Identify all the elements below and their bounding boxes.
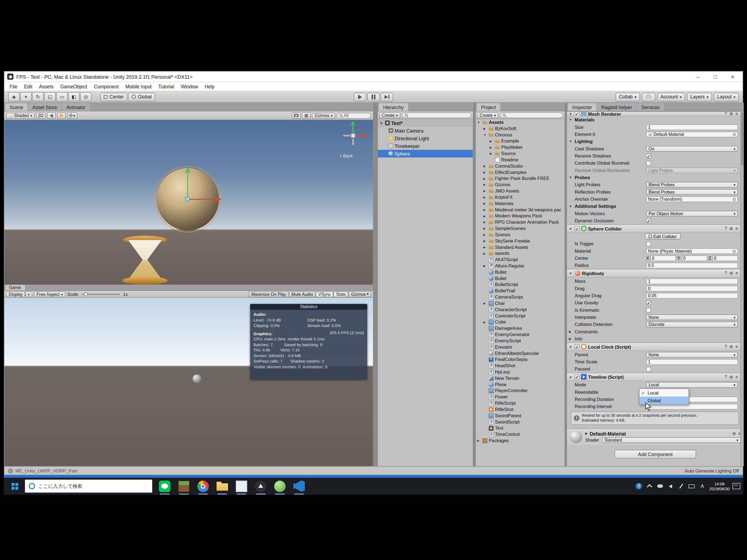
taskbar-app[interactable] <box>155 478 174 494</box>
menu-icon[interactable] <box>735 375 738 380</box>
dropdown-field[interactable]: On <box>646 146 738 152</box>
project-item[interactable]: Chronos <box>476 131 565 138</box>
project-item[interactable]: Erevator <box>476 344 565 350</box>
game-toolbar-button[interactable]: Maximize On Play <box>249 291 288 297</box>
foldout-arrow-icon[interactable] <box>569 205 573 208</box>
project-item[interactable]: Bullet <box>476 275 565 281</box>
step-button[interactable] <box>381 93 393 101</box>
maximize-button[interactable] <box>712 74 719 80</box>
project-item[interactable]: Medieval melee 3d weapons pac <box>476 206 565 213</box>
project-item[interactable]: CharacterScript <box>476 306 565 312</box>
z-field[interactable]: 0 <box>713 255 738 261</box>
project-item[interactable]: TimeControl <box>476 431 565 437</box>
component-enabled-checkbox[interactable] <box>575 344 579 349</box>
status-message[interactable]: ME_Unity_LWRP_HDRP_Pain <box>15 468 78 473</box>
dropdown-field[interactable]: None <box>646 352 738 357</box>
foldout-arrow-icon[interactable] <box>483 208 487 211</box>
project-item[interactable]: BzKovSoft <box>476 125 565 131</box>
slider-knob[interactable] <box>84 292 88 296</box>
project-item[interactable]: CameraScript <box>476 294 565 300</box>
taskbar-search-input[interactable]: ここに入力して検索 <box>25 480 152 492</box>
project-item[interactable]: EnemyGenerator <box>476 331 565 338</box>
foldout-arrow-icon[interactable] <box>585 432 588 435</box>
layout-dropdown[interactable]: Layout <box>714 93 739 101</box>
scene-viewport[interactable]: < Back <box>4 120 373 285</box>
foldout-arrow-icon[interactable] <box>490 146 493 149</box>
text-field[interactable]: 1 <box>646 278 738 284</box>
presets-icon[interactable] <box>729 344 733 349</box>
text-field[interactable]: 1 <box>646 359 738 364</box>
game-toolbar-button[interactable]: Mute Audio <box>289 291 315 297</box>
checkbox[interactable] <box>646 153 651 158</box>
action-center-icon[interactable] <box>732 483 740 489</box>
project-item[interactable]: Modern Weapons Pack <box>476 213 565 219</box>
tab-hierarchy[interactable]: Hierarchy <box>379 103 408 111</box>
foldout-arrow-icon[interactable] <box>483 183 487 186</box>
tab[interactable]: Scene <box>5 103 27 111</box>
tray-icon[interactable] <box>667 483 674 489</box>
space-toggle-button[interactable]: Global <box>128 93 155 101</box>
project-item[interactable]: Power <box>476 394 565 400</box>
collab-dropdown[interactable]: Collab <box>616 93 640 101</box>
component-enabled-checkbox[interactable] <box>575 375 579 380</box>
project-item[interactable]: BulletScript <box>476 281 565 288</box>
taskbar-app[interactable] <box>271 478 289 494</box>
dropdown-field[interactable]: None <box>646 314 738 320</box>
project-item[interactable]: Example <box>476 138 565 144</box>
project-item[interactable]: PlayerController <box>476 387 565 394</box>
menu-item[interactable]: Tutorial <box>155 84 177 89</box>
project-item[interactable]: RPG Character Animation Pack <box>476 219 565 225</box>
object-field[interactable]: Default-Material <box>646 131 738 137</box>
taskbar-app[interactable] <box>194 478 213 494</box>
material-preview-header[interactable]: Default-Material Shader Standard <box>567 428 744 445</box>
scene-orientation-gizmo[interactable] <box>337 121 370 150</box>
project-item[interactable]: CoronaStudio <box>476 163 565 169</box>
project-item[interactable]: Gizmos <box>476 182 565 188</box>
component-enabled-checkbox[interactable] <box>575 111 579 116</box>
project-item[interactable]: Char <box>476 300 565 306</box>
object-field[interactable]: None (Transform) <box>646 196 738 202</box>
foldout-arrow-icon[interactable] <box>483 227 487 230</box>
tab[interactable]: Asset Store <box>28 103 61 111</box>
help-icon[interactable] <box>725 111 727 116</box>
hourglass-object[interactable] <box>128 240 162 279</box>
hierarchy-item[interactable]: Timekeeper <box>378 142 473 150</box>
hierarchy-item[interactable]: Sphere <box>378 150 473 157</box>
foldout-arrow-icon[interactable] <box>483 252 487 255</box>
foldout-arrow-icon[interactable] <box>380 121 384 124</box>
project-item[interactable]: Scenes <box>476 231 565 238</box>
project-item[interactable]: Readme <box>476 156 565 163</box>
pause-button[interactable] <box>367 93 380 101</box>
foldout-arrow-icon[interactable] <box>483 239 487 242</box>
back-label[interactable]: < Back <box>339 154 353 159</box>
project-item[interactable]: BulletTrail <box>476 288 565 294</box>
project-item[interactable]: Packages <box>476 437 565 444</box>
dropdown-option[interactable]: Local <box>640 389 689 397</box>
display-dropdown[interactable]: Display 1 <box>6 291 32 297</box>
minimize-button[interactable] <box>695 74 702 80</box>
project-item[interactable]: Source <box>476 150 565 157</box>
dropdown-field[interactable]: Discrete <box>646 322 738 327</box>
help-icon[interactable] <box>725 344 727 349</box>
game-toolbar-button[interactable]: Stats <box>334 291 349 297</box>
menu-item[interactable]: Assets <box>36 84 57 89</box>
component-enabled-checkbox[interactable] <box>575 226 579 231</box>
foldout-arrow-icon[interactable] <box>477 439 481 442</box>
tray-icon[interactable] <box>689 483 695 489</box>
project-item[interactable]: Bullet <box>476 269 565 275</box>
foldout-arrow-icon[interactable] <box>483 302 487 305</box>
shading-mode-dropdown[interactable]: Shaded <box>6 113 35 119</box>
move-gizmo-center[interactable] <box>185 197 190 201</box>
help-icon[interactable] <box>725 271 727 276</box>
foldout-arrow-icon[interactable] <box>569 118 573 121</box>
taskbar-app[interactable] <box>174 478 193 494</box>
project-item[interactable]: FinalColorSepia <box>476 356 565 362</box>
project-item[interactable]: HeadShot <box>476 362 565 369</box>
foldout-arrow-icon[interactable] <box>569 345 573 348</box>
foldout-arrow-icon[interactable] <box>569 337 573 341</box>
object-picker-icon[interactable] <box>732 249 736 253</box>
tab[interactable]: Services <box>637 103 664 111</box>
foldout-arrow-icon[interactable] <box>477 121 481 124</box>
project-item[interactable]: Altura-Regular <box>476 262 565 269</box>
project-item[interactable]: PlayMaker <box>476 144 565 150</box>
